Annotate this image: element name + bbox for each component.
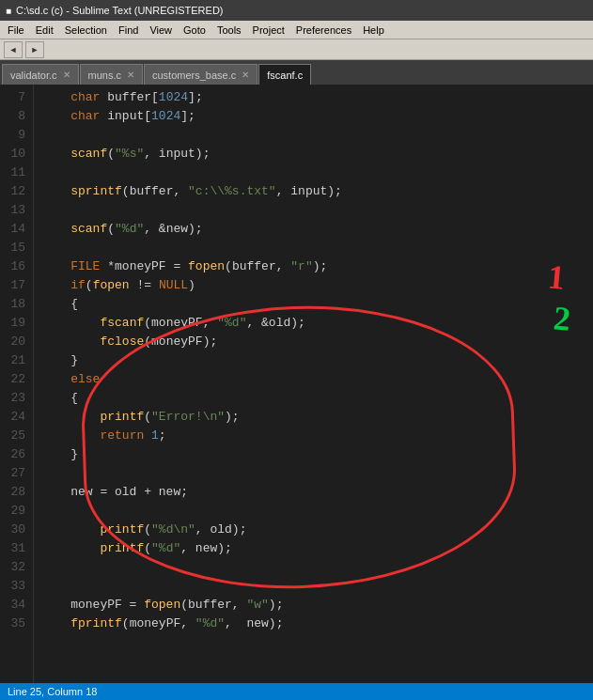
tab-bar: validator.c ✕ muns.c ✕ customers_base.c … bbox=[0, 60, 593, 85]
code-line-10: scanf("%s", input); bbox=[41, 145, 585, 163]
menu-goto[interactable]: Goto bbox=[178, 21, 211, 39]
code-line-26: } bbox=[41, 445, 585, 464]
code-line-18: { bbox=[41, 295, 585, 314]
code-line-34: moneyPF = fopen(buffer, "w"); bbox=[41, 596, 585, 614]
menu-help[interactable]: Help bbox=[357, 21, 390, 39]
code-line-19: fscanf(moneyPF, "%d", &old); bbox=[41, 314, 585, 333]
code-line-32 bbox=[41, 558, 585, 577]
ln-12: 12 bbox=[6, 182, 25, 201]
ln-15: 15 bbox=[6, 239, 25, 257]
ln-9: 9 bbox=[6, 126, 25, 145]
ln-13: 13 bbox=[6, 201, 25, 220]
toolbar: ◄ ► bbox=[0, 39, 593, 60]
code-line-24: printf("Error!\n"); bbox=[41, 408, 585, 427]
menu-find[interactable]: Find bbox=[113, 21, 144, 39]
tab-validator-close[interactable]: ✕ bbox=[63, 70, 70, 80]
code-line-21: } bbox=[41, 351, 585, 370]
tab-muns-close[interactable]: ✕ bbox=[127, 70, 134, 80]
ln-24: 24 bbox=[6, 408, 25, 427]
ln-23: 23 bbox=[6, 389, 25, 408]
ln-29: 29 bbox=[6, 502, 25, 521]
tab-muns[interactable]: muns.c ✕ bbox=[80, 64, 143, 85]
ln-31: 31 bbox=[6, 539, 25, 558]
code-area: 7 8 9 10 11 12 13 14 15 16 17 18 19 20 2… bbox=[0, 85, 593, 683]
menu-bar: File Edit Selection Find View Goto Tools… bbox=[0, 21, 593, 39]
code-line-16: FILE *moneyPF = fopen(buffer, "r"); bbox=[41, 257, 585, 276]
line-numbers: 7 8 9 10 11 12 13 14 15 16 17 18 19 20 2… bbox=[0, 85, 34, 683]
ln-17: 17 bbox=[6, 276, 25, 295]
ln-30: 30 bbox=[6, 521, 25, 539]
tab-validator-label: validator.c bbox=[10, 70, 57, 81]
annotation-number-2: 2 bbox=[552, 298, 572, 338]
code-line-35: fprintf(moneyPF, "%d", new); bbox=[41, 614, 585, 633]
code-line-22: else bbox=[41, 370, 585, 389]
ln-11: 11 bbox=[6, 163, 25, 182]
toolbar-back[interactable]: ◄ bbox=[4, 41, 23, 58]
code-line-25: return 1; bbox=[41, 427, 585, 445]
menu-view[interactable]: View bbox=[144, 21, 178, 39]
toolbar-forward[interactable]: ► bbox=[25, 41, 44, 58]
menu-tools[interactable]: Tools bbox=[211, 21, 247, 39]
ln-27: 27 bbox=[6, 464, 25, 483]
ln-19: 19 bbox=[6, 314, 25, 333]
ln-33: 33 bbox=[6, 577, 25, 596]
menu-preferences[interactable]: Preferences bbox=[290, 21, 357, 39]
annotation-number-1: 1 bbox=[546, 257, 567, 297]
code-line-31: printf("%d", new); bbox=[41, 539, 585, 558]
ln-7: 7 bbox=[6, 88, 25, 107]
title-bar: ■ C:\sd.c (c) - Sublime Text (UNREGISTER… bbox=[0, 0, 593, 21]
ln-20: 20 bbox=[6, 333, 25, 351]
app-icon: ■ bbox=[6, 6, 11, 16]
code-line-8: char input[1024]; bbox=[41, 107, 585, 126]
code-line-9 bbox=[41, 126, 585, 145]
ln-26: 26 bbox=[6, 445, 25, 464]
code-line-30: printf("%d\n", old); bbox=[41, 521, 585, 539]
code-line-27 bbox=[41, 464, 585, 483]
code-line-15 bbox=[41, 239, 585, 257]
title-text: C:\sd.c (c) - Sublime Text (UNREGISTERED… bbox=[16, 5, 223, 16]
ln-34: 34 bbox=[6, 596, 25, 614]
code-content[interactable]: char buffer[1024]; char input[1024]; sca… bbox=[34, 85, 593, 683]
menu-file[interactable]: File bbox=[2, 21, 30, 39]
ln-21: 21 bbox=[6, 351, 25, 370]
tab-customers-close[interactable]: ✕ bbox=[242, 70, 249, 80]
code-line-7: char buffer[1024]; bbox=[41, 88, 585, 107]
ln-28: 28 bbox=[6, 483, 25, 502]
code-line-17: if(fopen != NULL) bbox=[41, 276, 585, 295]
code-line-28: new = old + new; bbox=[41, 483, 585, 502]
code-line-14: scanf("%d", &new); bbox=[41, 220, 585, 239]
ln-32: 32 bbox=[6, 558, 25, 577]
code-line-20: fclose(moneyPF); bbox=[41, 333, 585, 351]
ln-14: 14 bbox=[6, 220, 25, 239]
tab-validator[interactable]: validator.c ✕ bbox=[2, 64, 79, 85]
tab-fscanf-label: fscanf.c bbox=[267, 70, 303, 81]
code-line-29 bbox=[41, 502, 585, 521]
ln-16: 16 bbox=[6, 257, 25, 276]
ln-8: 8 bbox=[6, 107, 25, 126]
menu-project[interactable]: Project bbox=[247, 21, 290, 39]
status-text: Line 25, Column 18 bbox=[8, 686, 97, 697]
ln-22: 22 bbox=[6, 370, 25, 389]
code-line-13 bbox=[41, 201, 585, 220]
tab-muns-label: muns.c bbox=[88, 70, 121, 81]
tab-customers[interactable]: customers_base.c ✕ bbox=[144, 64, 257, 85]
ln-18: 18 bbox=[6, 295, 25, 314]
code-line-23: { bbox=[41, 389, 585, 408]
menu-selection[interactable]: Selection bbox=[59, 21, 113, 39]
code-line-12: sprintf(buffer, "c:\\%s.txt", input); bbox=[41, 182, 585, 201]
tab-fscanf[interactable]: fscanf.c bbox=[258, 64, 311, 85]
ln-10: 10 bbox=[6, 145, 25, 163]
status-bar: Line 25, Column 18 bbox=[0, 683, 593, 700]
code-line-33 bbox=[41, 577, 585, 596]
tab-customers-label: customers_base.c bbox=[152, 70, 236, 81]
menu-edit[interactable]: Edit bbox=[30, 21, 59, 39]
ln-35: 35 bbox=[6, 614, 25, 633]
code-line-11 bbox=[41, 163, 585, 182]
ln-25: 25 bbox=[6, 427, 25, 445]
